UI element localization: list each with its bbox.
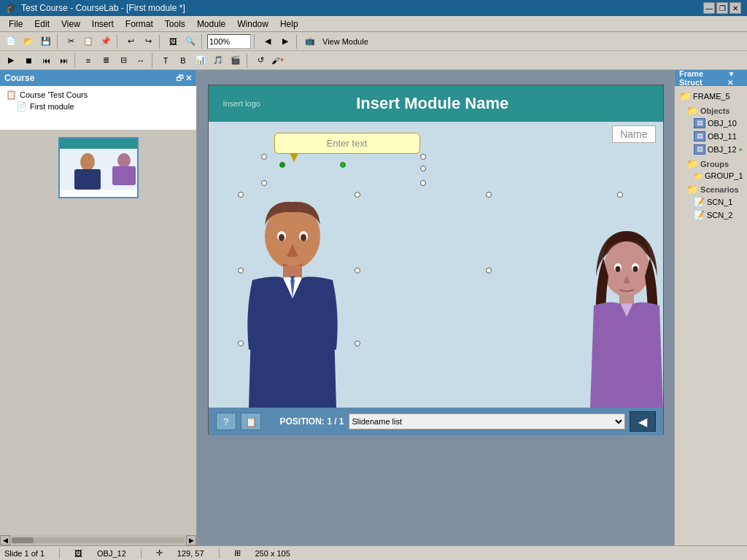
tb2-btn10[interactable]: B (175, 52, 191, 69)
status-obj: OBJ_12 (97, 549, 126, 558)
module-item[interactable]: 📄 First module (13, 101, 193, 112)
female-character-svg (590, 225, 663, 408)
handle-top-left[interactable] (261, 154, 267, 160)
status-icon: 🖼 (74, 549, 82, 558)
view-module-label[interactable]: View Module (320, 37, 371, 46)
handle-7[interactable] (486, 192, 492, 198)
menu-tools[interactable]: Tools (159, 18, 191, 31)
nav-prev-button[interactable]: ◀ (630, 411, 656, 432)
tb2-btn9[interactable]: T (158, 52, 174, 69)
h-scrollbar[interactable]: ◀ ▶ (0, 535, 196, 545)
fs-scn2[interactable]: 📝 SCN_2 (691, 209, 746, 222)
paste-button[interactable]: 📌 (98, 34, 114, 50)
obj12-label: OBJ_12 (708, 145, 737, 154)
handle-5[interactable] (355, 268, 360, 273)
tb2-btn7[interactable]: ⊟ (115, 52, 131, 69)
menu-insert[interactable]: Insert (86, 18, 120, 31)
fs-obj11[interactable]: 🖼 OBJ_11 (691, 130, 746, 143)
handle-8[interactable] (486, 268, 492, 273)
paint-btn[interactable]: 🖌▼ (270, 52, 286, 69)
slide-footer: ? 📋 POSITION: 1 / 1 Slidename list ◀ (209, 408, 663, 435)
left-panel: Course 🗗 ✕ 📋 Course 'Test Cours 📄 First … (0, 70, 197, 545)
save-button[interactable]: 💾 (38, 34, 54, 50)
handle-2[interactable] (238, 268, 244, 273)
menu-view[interactable]: View (55, 18, 86, 31)
zoom-input[interactable] (207, 34, 251, 49)
menu-format[interactable]: Format (120, 18, 159, 31)
prev-module[interactable]: ◀ (260, 34, 276, 50)
handle-1[interactable] (238, 192, 244, 198)
fs-obj12[interactable]: 🖼 OBJ_12 ● (691, 143, 746, 156)
next-module[interactable]: ▶ (277, 34, 293, 50)
course-close-icon[interactable]: ✕ (185, 74, 192, 83)
handle-green-top[interactable] (340, 162, 346, 168)
handle-bottom-right[interactable] (420, 180, 426, 186)
module-name[interactable]: Insert Module Name (260, 94, 605, 113)
thumbnail-area (0, 130, 196, 535)
scroll-right[interactable]: ▶ (186, 535, 196, 545)
handle-4[interactable] (355, 192, 360, 198)
separator-8 (152, 53, 155, 68)
minimize-button[interactable]: — (703, 2, 715, 14)
thumb-inner (60, 139, 137, 197)
menu-module[interactable]: Module (191, 18, 231, 31)
redo-button[interactable]: ↪ (140, 34, 156, 50)
open-button[interactable]: 📂 (20, 34, 36, 50)
view-module-icon[interactable]: 📺 (302, 34, 318, 50)
menu-edit[interactable]: Edit (28, 18, 55, 31)
toolbar-2: ▶ ⏹ ⏮ ⏭ ≡ ≣ ⊟ ↔ T B 📊 🎵 🎬 ↺ 🖌▼ (0, 51, 747, 70)
slide-thumbnail[interactable] (58, 137, 139, 198)
fs-close-btn[interactable]: ✕ (727, 79, 733, 87)
scenarios-label: Scenarios (700, 185, 739, 194)
tb2-btn8[interactable]: ↔ (133, 52, 149, 69)
menu-window[interactable]: Window (231, 18, 274, 31)
slide-dropdown[interactable]: Slidename list (349, 413, 625, 429)
menu-file[interactable]: File (3, 18, 28, 31)
handle-bottom-left[interactable] (261, 180, 267, 186)
cut-button[interactable]: ✂ (63, 34, 79, 50)
tb2-btn14[interactable]: ↺ (252, 52, 268, 69)
status-div2 (141, 548, 142, 559)
fs-group1[interactable]: 📁 GROUP_1 (691, 170, 746, 182)
groups-folder-icon: 📁 (686, 158, 698, 169)
handle-top-center[interactable] (279, 162, 285, 168)
maximize-button[interactable]: ❐ (716, 2, 728, 14)
tb2-btn11[interactable]: 📊 (193, 52, 209, 69)
tb2-btn6[interactable]: ≣ (98, 52, 114, 69)
svg-point-13 (615, 266, 620, 272)
notes-button[interactable]: 📋 (241, 413, 261, 430)
handle-9[interactable] (617, 192, 623, 198)
handle-3[interactable] (238, 341, 244, 346)
new-button[interactable]: 📄 (3, 34, 19, 50)
copy-button[interactable]: 📋 (80, 34, 96, 50)
fs-scn1[interactable]: 📝 SCN_1 (691, 195, 746, 209)
title-bar-controls[interactable]: — ❐ ✕ (703, 2, 741, 14)
tb2-btn2[interactable]: ⏹ (20, 52, 36, 69)
fs-obj10[interactable]: 🖼 OBJ_10 (691, 117, 746, 130)
handle-top-right[interactable] (420, 154, 426, 160)
tb2-btn3[interactable]: ⏮ (38, 52, 54, 69)
help-button[interactable]: ? (216, 413, 236, 430)
slide-canvas: Insert logo Insert Module Name Name Ente… (208, 85, 664, 435)
tb2-btn1[interactable]: ▶ (3, 52, 19, 69)
tb2-btn4[interactable]: ⏭ (55, 52, 71, 69)
fs-dropdown-btn[interactable]: ▼ (727, 70, 735, 78)
scroll-track[interactable] (12, 537, 185, 543)
frame-struct-controls: ▼ ✕ (727, 69, 743, 87)
fs-frame5[interactable]: 📁 FRAME_5 (676, 89, 746, 103)
zoom-btn[interactable]: 🔍 (182, 34, 198, 50)
scroll-left[interactable]: ◀ (0, 535, 10, 545)
handle-6[interactable] (355, 341, 360, 346)
image-button[interactable]: 🖼 (165, 34, 181, 50)
tb2-btn5[interactable]: ≡ (80, 52, 96, 69)
undo-button[interactable]: ↩ (123, 34, 139, 50)
tb2-btn13[interactable]: 🎬 (228, 52, 244, 69)
menu-help[interactable]: Help (274, 18, 304, 31)
handle-mid-right[interactable] (420, 166, 426, 171)
scroll-thumb[interactable] (12, 537, 34, 543)
course-icon-1[interactable]: 🗗 (176, 74, 184, 83)
course-item[interactable]: 📋 Course 'Test Cours (3, 89, 193, 101)
tb2-btn12[interactable]: 🎵 (210, 52, 226, 69)
close-button[interactable]: ✕ (729, 2, 741, 14)
scn1-icon: 📝 (694, 197, 705, 207)
